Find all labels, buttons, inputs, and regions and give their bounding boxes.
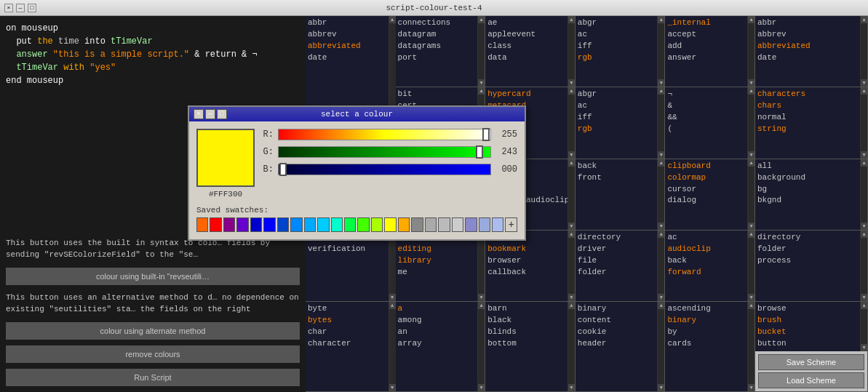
list-item[interactable]: an: [398, 327, 476, 338]
list-item[interactable]: connections: [398, 17, 476, 29]
list-item[interactable]: barn: [487, 303, 565, 315]
list-item[interactable]: _internal: [667, 17, 745, 29]
list-item[interactable]: ac: [667, 232, 745, 244]
swatch-1[interactable]: [196, 217, 208, 232]
swatch-7[interactable]: [277, 217, 289, 232]
list-item[interactable]: byte: [308, 303, 386, 315]
list-item[interactable]: header: [578, 338, 656, 350]
list-item[interactable]: bytes: [308, 315, 386, 327]
r-slider-thumb[interactable]: [482, 128, 490, 141]
list-item[interactable]: cursor: [667, 184, 745, 196]
list-item[interactable]: driver: [578, 244, 656, 255]
list-item[interactable]: editing: [398, 244, 476, 255]
list-item[interactable]: datagrams: [398, 41, 476, 52]
list-item[interactable]: ascending: [667, 303, 745, 315]
swatch-3[interactable]: [223, 217, 235, 232]
list-item[interactable]: hypercard: [487, 89, 565, 100]
list-item[interactable]: class: [487, 41, 565, 52]
load-scheme-button[interactable]: Load Scheme: [758, 372, 864, 388]
swatch-17[interactable]: [411, 217, 423, 232]
list-item[interactable]: binary: [667, 315, 745, 327]
list-item[interactable]: iff: [578, 112, 656, 124]
list-item[interactable]: accept: [667, 29, 745, 41]
g-slider[interactable]: [278, 146, 491, 158]
dialog-close-button[interactable]: ×: [194, 109, 204, 119]
swatch-21[interactable]: [465, 217, 477, 232]
list-item[interactable]: callback: [487, 267, 565, 279]
b-slider-thumb[interactable]: [279, 163, 287, 176]
list-item[interactable]: colormap: [667, 172, 745, 184]
list-item[interactable]: bookmark: [487, 244, 565, 255]
g-slider-thumb[interactable]: [476, 145, 483, 159]
list-item[interactable]: browse: [757, 303, 858, 315]
swatch-18[interactable]: [425, 217, 437, 232]
list-item[interactable]: directory: [578, 232, 656, 244]
list-item[interactable]: audioclip: [667, 244, 745, 255]
maximize-button[interactable]: □: [28, 4, 36, 12]
list-item[interactable]: forward: [667, 267, 745, 279]
cell-content-1-1[interactable]: connections datagram datagrams port: [396, 16, 478, 87]
swatch-4[interactable]: [236, 217, 248, 232]
dialog-maximize-button[interactable]: □: [217, 109, 227, 119]
list-item[interactable]: abgr: [578, 89, 656, 100]
swatch-16[interactable]: [398, 217, 410, 232]
list-item[interactable]: me: [398, 267, 476, 279]
list-item[interactable]: by: [667, 327, 745, 338]
swatch-13[interactable]: [357, 217, 369, 232]
swatch-20[interactable]: [452, 217, 463, 232]
list-item[interactable]: ae: [487, 17, 565, 29]
swatch-23[interactable]: [492, 217, 503, 232]
list-item[interactable]: chars: [757, 100, 858, 112]
list-item[interactable]: abbr: [757, 17, 858, 29]
list-item[interactable]: brush: [757, 315, 858, 327]
b-slider[interactable]: [278, 164, 491, 175]
cell-scrollbar-5-1[interactable]: ▲ ▼: [860, 16, 867, 87]
list-item[interactable]: bit: [398, 89, 476, 100]
list-item[interactable]: blinds: [487, 327, 565, 338]
list-item[interactable]: data: [487, 52, 565, 64]
list-item[interactable]: content: [578, 315, 656, 327]
colour-alt-button[interactable]: colour using alternate method: [6, 322, 300, 340]
list-item[interactable]: ac: [578, 29, 656, 41]
list-item[interactable]: among: [398, 315, 476, 327]
list-item[interactable]: character: [308, 338, 386, 350]
list-item[interactable]: front: [578, 172, 656, 184]
list-item[interactable]: normal: [757, 112, 858, 124]
list-item[interactable]: background: [757, 172, 858, 184]
list-item[interactable]: folder: [757, 244, 858, 255]
list-item[interactable]: abbreviated: [757, 41, 858, 52]
list-item[interactable]: bkgnd: [757, 195, 858, 207]
list-item[interactable]: cookie: [578, 327, 656, 338]
colour-builtin-button[interactable]: colour using built-in "revseutili…: [6, 268, 300, 285]
list-item[interactable]: abbrev: [757, 29, 858, 41]
cell-scrollbar-1-1[interactable]: ▲ ▼: [477, 16, 485, 87]
list-item[interactable]: (: [667, 124, 745, 135]
list-item[interactable]: process: [757, 255, 858, 267]
swatch-12[interactable]: [344, 217, 356, 232]
list-item[interactable]: file: [578, 255, 656, 267]
list-item[interactable]: iff: [578, 41, 656, 52]
swatch-15[interactable]: [384, 217, 396, 232]
list-item[interactable]: clipboard: [667, 161, 745, 172]
list-item[interactable]: ac: [578, 100, 656, 112]
list-item[interactable]: button: [757, 338, 858, 350]
list-item[interactable]: folder: [578, 267, 656, 279]
swatch-2[interactable]: [210, 217, 221, 232]
list-item[interactable]: abgr: [578, 17, 656, 29]
list-item[interactable]: black: [487, 315, 565, 327]
swatch-14[interactable]: [371, 217, 383, 232]
swatch-11[interactable]: [331, 217, 343, 232]
swatch-9[interactable]: [304, 217, 316, 232]
list-item[interactable]: back: [667, 255, 745, 267]
list-item[interactable]: directory: [757, 232, 858, 244]
list-item[interactable]: &&: [667, 112, 745, 124]
swatch-add-button[interactable]: +: [505, 217, 517, 232]
remove-colours-button[interactable]: remove colours: [6, 345, 300, 363]
list-item[interactable]: datagram: [398, 29, 476, 41]
list-item[interactable]: char: [308, 327, 386, 338]
title-bar-buttons[interactable]: × — □: [4, 4, 36, 12]
list-item[interactable]: bottom: [487, 338, 565, 350]
cell-scrollbar-4-1[interactable]: ▲ ▼: [747, 16, 754, 87]
r-slider[interactable]: [278, 129, 491, 140]
list-item[interactable]: rgb: [578, 124, 656, 135]
